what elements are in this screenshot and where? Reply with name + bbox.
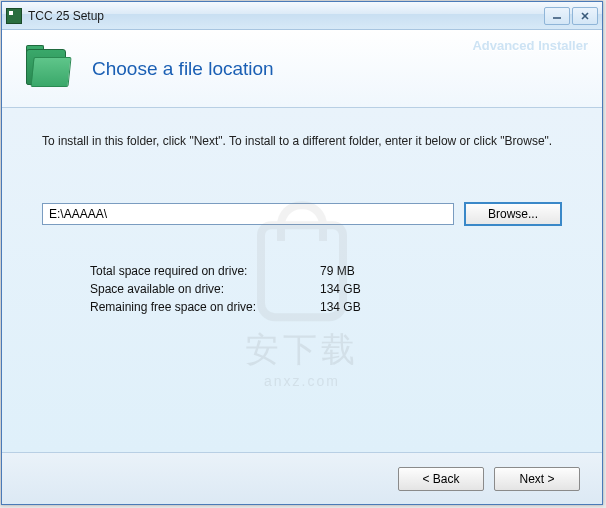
titlebar: TCC 25 Setup: [2, 2, 602, 30]
header: Choose a file location Advanced Installe…: [2, 30, 602, 108]
window-title: TCC 25 Setup: [28, 9, 542, 23]
space-available-value: 134 GB: [320, 280, 361, 298]
space-remaining-label: Remaining free space on drive:: [90, 298, 320, 316]
space-required-value: 79 MB: [320, 262, 355, 280]
close-button[interactable]: [572, 7, 598, 25]
content-area: To install in this folder, click "Next".…: [2, 108, 602, 452]
path-row: Browse...: [42, 202, 562, 226]
footer: < Back Next >: [2, 452, 602, 504]
instruction-text: To install in this folder, click "Next".…: [42, 132, 562, 150]
space-required-label: Total space required on drive:: [90, 262, 320, 280]
space-available-label: Space available on drive:: [90, 280, 320, 298]
space-remaining-value: 134 GB: [320, 298, 361, 316]
app-icon: [6, 8, 22, 24]
install-path-input[interactable]: [42, 203, 454, 225]
next-button[interactable]: Next >: [494, 467, 580, 491]
brand-label: Advanced Installer: [472, 38, 588, 53]
minimize-button[interactable]: [544, 7, 570, 25]
browse-button[interactable]: Browse...: [464, 202, 562, 226]
page-title: Choose a file location: [92, 58, 274, 80]
disk-space-info: Total space required on drive: 79 MB Spa…: [90, 262, 562, 316]
installer-window: TCC 25 Setup Choose a file location Adva…: [1, 1, 603, 505]
folder-icon: [26, 45, 72, 93]
back-button[interactable]: < Back: [398, 467, 484, 491]
